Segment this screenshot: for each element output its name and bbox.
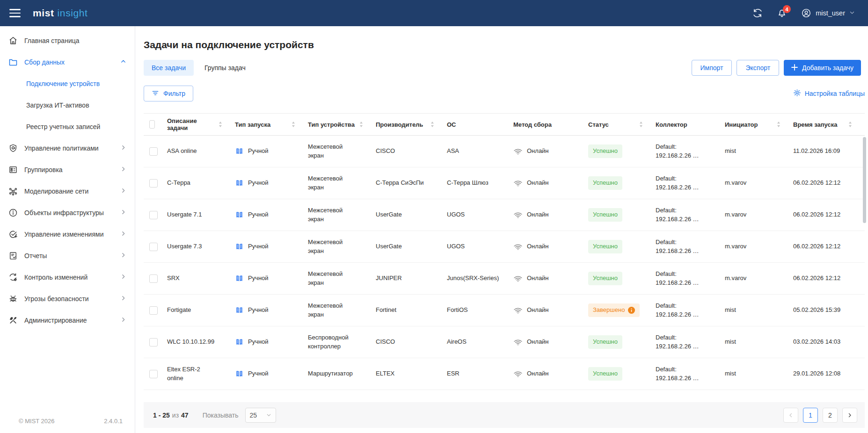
row-checkbox[interactable] (149, 179, 158, 188)
method-label: Онлайн (527, 147, 549, 156)
tab-all-tasks[interactable]: Все задачи (144, 60, 194, 76)
row-checkbox[interactable] (149, 338, 158, 346)
cell-launch-type: Ручной (235, 369, 308, 378)
table-row[interactable]: WLC 10.10.12.99РучнойБеспроводной контро… (144, 326, 865, 358)
notifications-bell-icon[interactable]: 4 (777, 8, 787, 18)
row-checkbox[interactable] (149, 370, 158, 378)
sidebar-nav: Главная страницаСбор данныхПодключение у… (0, 30, 135, 331)
table-row[interactable]: Usergate 7.1РучнойМежсетевой экранUserGa… (144, 199, 865, 231)
import-button[interactable]: Импорт (692, 60, 732, 76)
sidebar-item[interactable]: Подключение устройств (0, 73, 135, 94)
sort-icon (359, 121, 364, 128)
filter-icon (152, 89, 159, 98)
chevron-up-icon (120, 58, 126, 66)
topbar: mistinsight 4 mist_user (0, 0, 868, 26)
status-label: Успешно (593, 369, 618, 378)
page-size-select[interactable]: 25 (245, 408, 276, 423)
sidebar-item[interactable]: Сбор данных (0, 51, 135, 73)
sidebar-item[interactable]: Отчеты (0, 245, 135, 267)
page-button-2[interactable]: 2 (823, 408, 838, 423)
sidebar-item[interactable]: Главная страница (0, 30, 135, 51)
launch-type-label: Ручной (248, 147, 269, 156)
table-row[interactable]: Eltex ESR-2 onlineРучнойМаршрутизаторELT… (144, 358, 865, 390)
column-header-description[interactable]: Описание задачи (167, 117, 235, 131)
method-label: Онлайн (527, 210, 549, 219)
column-header-initiator[interactable]: Инициатор (725, 121, 793, 128)
column-label: Метод сбора (513, 121, 552, 128)
tab-task-groups[interactable]: Группы задач (197, 60, 254, 76)
column-label: Время запуска (793, 121, 837, 128)
sidebar-item[interactable]: Угрозы безопасности (0, 288, 135, 310)
page-size-value: 25 (250, 411, 257, 419)
page-button-1[interactable]: 1 (803, 408, 818, 423)
column-label: Коллектор (656, 121, 687, 128)
sidebar-item[interactable]: Контроль изменений (0, 267, 135, 288)
admin-tools-icon (8, 316, 18, 325)
sidebar-item[interactable]: Моделирование сети (0, 180, 135, 202)
column-label: Статус (588, 121, 609, 128)
table-row[interactable]: Usergate 7.3РучнойМежсетевой экранUserGa… (144, 231, 865, 263)
cell-launch-time: 06.02.2026 12:12 (793, 179, 865, 188)
app-version: 2.4.0.1 (104, 418, 123, 425)
cell-select (144, 179, 167, 188)
cell-launch-type: Ручной (235, 147, 308, 156)
table-settings-link[interactable]: Настройка таблицы (793, 89, 865, 98)
sidebar-item[interactable]: Администрирование (0, 310, 135, 331)
sidebar-item[interactable]: Управление политиками (0, 137, 135, 159)
collector-name: Default: (656, 206, 717, 215)
status-label: Успешно (593, 210, 618, 219)
sort-icon (776, 121, 781, 128)
column-label: Тип запуска (235, 121, 270, 128)
user-menu[interactable]: mist_user (801, 8, 855, 18)
table-scrollbar[interactable] (863, 137, 866, 223)
cell-launch-type: Ручной (235, 179, 308, 188)
book-icon (235, 242, 244, 251)
sidebar-item[interactable]: Загрузка ИТ-активов (0, 94, 135, 116)
sidebar-item[interactable]: Управление изменениями (0, 224, 135, 245)
table-row[interactable]: SRXРучнойМежсетевой экранJUNIPERJunos(SR… (144, 263, 865, 295)
export-button[interactable]: Экспорт (737, 60, 779, 76)
sidebar-item[interactable]: Реестр учетных записей (0, 116, 135, 137)
table-row[interactable]: C-ТерраРучнойМежсетевой экранС-Терра СиЭ… (144, 167, 865, 199)
column-header-status[interactable]: Статус (588, 121, 656, 128)
chevron-left-icon (788, 412, 794, 418)
row-checkbox[interactable] (149, 211, 158, 219)
table-row[interactable]: ASA onlineРучнойМежсетевой экранCISCOASA… (144, 136, 865, 167)
column-header-launch_time[interactable]: Время запуска (793, 121, 865, 128)
sidebar-item-label: Контроль изменений (24, 274, 114, 281)
row-checkbox[interactable] (149, 243, 158, 251)
row-checkbox[interactable] (149, 147, 158, 156)
chevron-right-icon (120, 252, 126, 260)
cell-device-type: Межсетевой экран (308, 206, 376, 224)
sidebar-item-label: Объекты инфраструктуры (24, 209, 114, 217)
select-all-checkbox[interactable] (149, 120, 155, 129)
next-page-button[interactable] (842, 408, 857, 423)
column-header-collector: Коллектор (656, 121, 725, 128)
sidebar-item[interactable]: Группировка (0, 159, 135, 180)
cell-device-type: Межсетевой экран (308, 143, 376, 160)
sync-icon[interactable] (752, 8, 763, 18)
column-header-os: ОС (447, 121, 513, 128)
add-task-button[interactable]: Добавить задачу (784, 60, 861, 76)
column-header-vendor[interactable]: Производитель (376, 121, 447, 128)
collector-address: 192.168.2.26 … (656, 152, 717, 160)
status-badge: Успешно (588, 176, 622, 190)
row-checkbox[interactable] (149, 274, 158, 283)
cell-method: Онлайн (513, 179, 588, 188)
hamburger-menu-icon[interactable] (9, 9, 21, 17)
table-row[interactable]: FortigateРучнойМежсетевой экранFortinetF… (144, 295, 865, 326)
prev-page-button[interactable] (783, 408, 798, 423)
wifi-icon (513, 179, 523, 188)
sidebar-item[interactable]: Объекты инфраструктуры (0, 202, 135, 224)
filter-button[interactable]: Фильтр (144, 86, 193, 101)
cell-description: Fortigate (167, 306, 235, 315)
info-filled-icon (628, 307, 635, 314)
cell-collector: Default:192.168.2.26 … (656, 174, 725, 192)
status-label: Успешно (593, 338, 618, 346)
cell-collector: Default:192.168.2.26 … (656, 365, 725, 383)
cell-vendor: CISCO (376, 147, 447, 156)
row-checkbox[interactable] (149, 306, 158, 315)
column-header-launch_type[interactable]: Тип запуска (235, 121, 308, 128)
change-control-icon (8, 273, 18, 282)
column-header-device_type[interactable]: Тип устройства (308, 121, 376, 128)
